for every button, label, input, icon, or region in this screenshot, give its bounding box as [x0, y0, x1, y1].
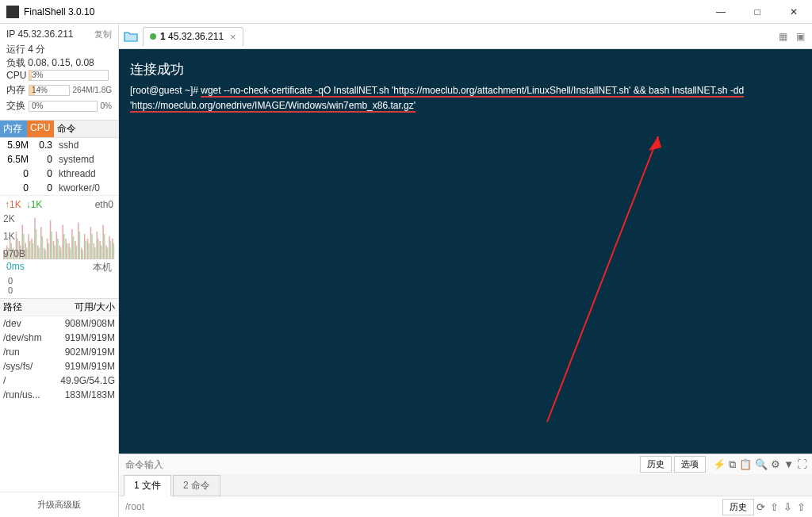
chevron-down-icon[interactable]: ▼ — [783, 458, 794, 471]
download-icon[interactable]: ⇩ — [783, 501, 792, 513]
minimize-button[interactable]: — — [703, 0, 739, 24]
table-row[interactable]: /sys/fs/919M/919M — [0, 359, 118, 373]
table-row[interactable]: /dev908M/908M — [0, 316, 118, 331]
mem-extra: 264M/1.8G — [73, 86, 112, 94]
svg-rect-71 — [113, 243, 115, 259]
chart-ylabels: 2K 1K 970B — [3, 213, 25, 259]
disk-hdr-path[interactable]: 路径 — [0, 299, 46, 316]
table-row[interactable]: /49.9G/54.1G — [0, 373, 118, 388]
zero1: 0 — [0, 276, 118, 285]
expand-icon[interactable]: ⛶ — [797, 458, 807, 471]
svg-rect-15 — [26, 248, 28, 260]
svg-rect-27 — [44, 250, 46, 259]
paste-icon[interactable]: 📋 — [739, 458, 752, 471]
up-icon[interactable]: ⇧ — [770, 501, 779, 513]
svg-rect-62 — [99, 241, 101, 259]
tab-commands[interactable]: 2 命令 — [173, 475, 220, 496]
tab-close-icon[interactable]: × — [230, 31, 236, 43]
refresh-icon[interactable]: ⟳ — [756, 501, 765, 513]
options-button[interactable]: 选项 — [674, 456, 706, 473]
upload-icon[interactable]: ⇧ — [797, 501, 806, 513]
svg-rect-38 — [62, 225, 63, 260]
swap-extra: 0% — [101, 101, 112, 110]
terminal[interactable]: 连接成功 [root@guest ~]# wget --no-check-cer… — [119, 49, 812, 454]
net-chart: 2K 1K 970B — [0, 213, 118, 259]
folder-icon[interactable] — [122, 29, 140, 44]
svg-line-72 — [547, 136, 658, 422]
svg-rect-26 — [44, 248, 45, 260]
tab-num: 1 — [160, 31, 166, 42]
svg-rect-70 — [112, 239, 113, 259]
command-text: wget --no-check-certificate -qO InstallN… — [130, 85, 744, 111]
path-history-button[interactable]: 历史 — [722, 499, 754, 515]
svg-rect-58 — [94, 243, 95, 259]
svg-rect-16 — [28, 234, 29, 259]
app-icon — [6, 6, 19, 18]
table-row[interactable]: 00kworker/0 — [0, 181, 118, 195]
history-button[interactable]: 历史 — [640, 456, 672, 473]
mem-row: 内存 14% 264M/1.8G — [6, 83, 112, 97]
tab-files[interactable]: 1 文件 — [124, 475, 171, 496]
copy-icon[interactable]: ⧉ — [729, 458, 736, 471]
ping-ms: 0ms — [6, 261, 25, 274]
svg-rect-50 — [81, 248, 82, 260]
svg-rect-59 — [94, 248, 96, 260]
svg-rect-67 — [107, 248, 109, 260]
table-row[interactable]: /dev/shm919M/919M — [0, 331, 118, 345]
session-tab[interactable]: 1 45.32.36.211 × — [143, 27, 243, 46]
annotation-arrow-icon — [404, 121, 674, 430]
app-title: FinalShell 3.0.10 — [24, 6, 94, 17]
cpu-bar: 3% — [29, 70, 109, 81]
table-row[interactable]: /run902M/919M — [0, 345, 118, 359]
pathbar-icons: ⟳ ⇧ ⇩ ⇧ — [756, 501, 806, 513]
bolt-icon[interactable]: ⚡ — [713, 458, 726, 471]
svg-rect-45 — [73, 236, 75, 259]
disk-header: 路径 可用/大小 — [0, 299, 118, 316]
connected-label: 连接成功 — [130, 59, 801, 80]
table-row[interactable]: /run/us...183M/183M — [0, 388, 118, 402]
command-input[interactable] — [119, 459, 640, 470]
cpu-label: CPU — [6, 70, 29, 81]
layout-icon[interactable]: ▣ — [793, 29, 807, 44]
gear-icon[interactable]: ⚙ — [771, 458, 780, 471]
svg-rect-31 — [51, 232, 52, 259]
ping-row: 0ms 本机 — [0, 259, 118, 276]
main: IP 45.32.36.211 复制 运行 4 分 负载 0.08, 0.15,… — [0, 24, 812, 517]
disk-list: /dev908M/908M/dev/shm919M/919M/run902M/9… — [0, 316, 118, 402]
svg-rect-29 — [48, 243, 49, 259]
load: 负载 0.08, 0.15, 0.08 — [6, 56, 112, 70]
svg-rect-21 — [36, 229, 37, 259]
zero2: 0 — [0, 285, 118, 295]
table-row[interactable]: 6.5M0systemd — [0, 152, 118, 167]
svg-rect-39 — [63, 234, 65, 259]
grid-icon[interactable]: ▦ — [776, 29, 790, 44]
swap-row: 交换 0% 0% — [6, 99, 112, 113]
table-row[interactable]: 00kthreadd — [0, 167, 118, 181]
maximize-button[interactable]: □ — [739, 0, 776, 24]
svg-rect-42 — [68, 243, 70, 259]
svg-rect-22 — [37, 246, 39, 259]
proc-hdr-cpu[interactable]: CPU — [27, 121, 54, 137]
disk-hdr-size[interactable]: 可用/大小 — [46, 299, 118, 316]
table-row[interactable]: 5.9M0.3sshd — [0, 138, 118, 152]
prompt: [root@guest ~]# — [130, 85, 201, 96]
process-list: 5.9M0.3sshd6.5M0systemd00kthreadd00kwork… — [0, 138, 118, 195]
svg-rect-35 — [57, 239, 59, 259]
proc-hdr-cmd[interactable]: 命令 — [54, 121, 118, 137]
copy-button[interactable]: 复制 — [94, 29, 112, 40]
svg-rect-24 — [40, 227, 42, 259]
net-iface: eth0 — [95, 199, 113, 210]
window-buttons: — □ ✕ — [703, 0, 812, 24]
svg-rect-60 — [97, 232, 98, 259]
upgrade-link[interactable]: 升级高级版 — [0, 492, 118, 517]
net-down: ↓1K — [26, 199, 43, 210]
search-icon[interactable]: 🔍 — [755, 458, 768, 471]
svg-rect-37 — [60, 248, 62, 260]
proc-hdr-mem[interactable]: 内存 — [0, 121, 27, 137]
close-button[interactable]: ✕ — [776, 0, 812, 24]
svg-rect-18 — [31, 239, 33, 259]
svg-rect-46 — [75, 241, 76, 259]
svg-rect-63 — [101, 246, 102, 259]
svg-rect-17 — [29, 241, 31, 259]
svg-rect-49 — [79, 232, 81, 259]
